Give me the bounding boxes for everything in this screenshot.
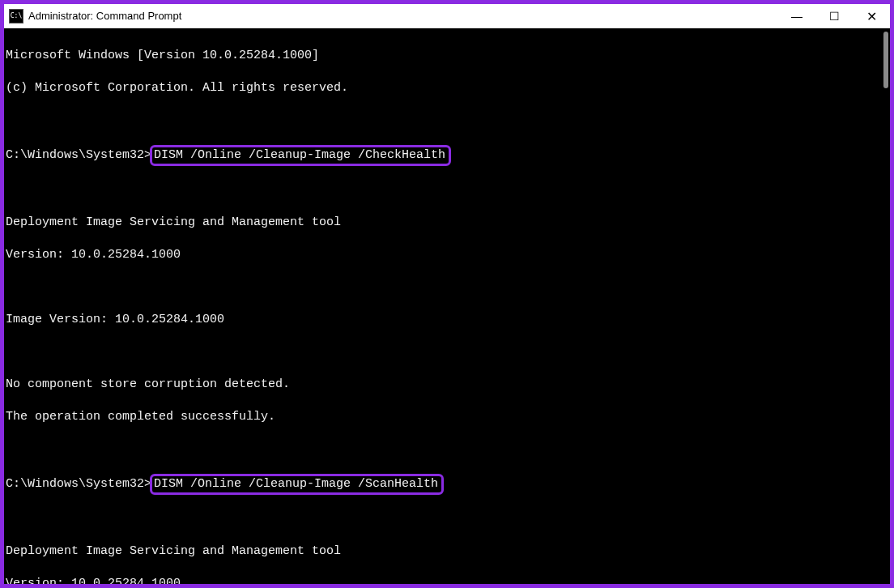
highlight-scanhealth: DISM /Online /Cleanup-Image /ScanHealth bbox=[150, 474, 444, 495]
window-title: Administrator: Command Prompt bbox=[28, 10, 181, 22]
maximize-button[interactable]: ☐ bbox=[815, 4, 853, 28]
command-prompt-window: C:\ Administrator: Command Prompt — ☐ ✕ … bbox=[2, 2, 892, 586]
scrollbar-thumb[interactable] bbox=[883, 32, 888, 88]
copyright: (c) Microsoft Corporation. All rights re… bbox=[6, 80, 888, 96]
no-corruption-msg: No component store corruption detected. bbox=[6, 377, 888, 393]
terminal-output[interactable]: Microsoft Windows [Version 10.0.25284.10… bbox=[4, 28, 890, 584]
cmd-icon: C:\ bbox=[9, 9, 23, 23]
window-controls: — ☐ ✕ bbox=[778, 4, 890, 28]
dism-tool-version: Version: 10.0.25284.1000 bbox=[6, 576, 888, 584]
titlebar[interactable]: C:\ Administrator: Command Prompt — ☐ ✕ bbox=[4, 4, 890, 28]
prompt: C:\Windows\System32> bbox=[6, 148, 151, 162]
dism-tool-name: Deployment Image Servicing and Managemen… bbox=[6, 215, 888, 231]
dism-tool-name: Deployment Image Servicing and Managemen… bbox=[6, 543, 888, 560]
prompt: C:\Windows\System32> bbox=[6, 477, 151, 491]
dism-tool-version: Version: 10.0.25284.1000 bbox=[6, 247, 888, 263]
highlight-checkhealth: DISM /Online /Cleanup-Image /CheckHealth bbox=[150, 145, 451, 166]
completed-msg: The operation completed successfully. bbox=[6, 409, 888, 425]
command-line-1: C:\Windows\System32>DISM /Online /Cleanu… bbox=[6, 145, 888, 166]
close-button[interactable]: ✕ bbox=[853, 4, 890, 28]
minimize-button[interactable]: — bbox=[778, 4, 815, 28]
image-version: Image Version: 10.0.25284.1000 bbox=[6, 312, 888, 328]
command-line-2: C:\Windows\System32>DISM /Online /Cleanu… bbox=[6, 474, 888, 495]
os-header: Microsoft Windows [Version 10.0.25284.10… bbox=[6, 48, 888, 64]
